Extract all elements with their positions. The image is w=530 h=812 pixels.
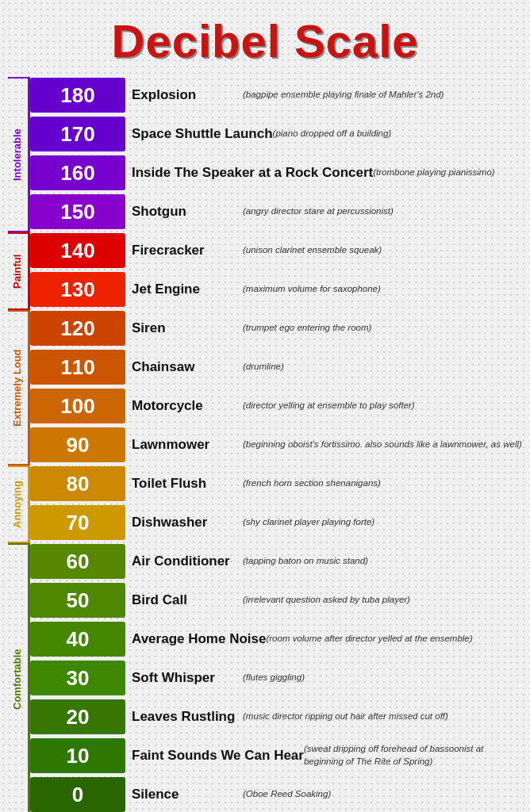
sound-note: (shy clarinet player playing forte) — [243, 516, 522, 529]
db-value: 60 — [30, 544, 125, 579]
table-row: 150Shotgun(angry director stare at percu… — [30, 193, 522, 230]
row-content: Chainsaw(drumline) — [125, 359, 522, 375]
table-row: 20Leaves Rustling(music director ripping… — [30, 699, 522, 735]
category-label: Painful — [8, 232, 30, 310]
db-value: 30 — [30, 661, 125, 695]
row-content: Shotgun(angry director stare at percussi… — [125, 204, 522, 220]
sound-note: (angry director stare at percussionist) — [243, 205, 522, 218]
table-row: 60Air Conditioner(tapping baton on music… — [30, 543, 522, 580]
db-value: 170 — [30, 117, 125, 151]
db-value: 10 — [30, 738, 125, 773]
row-content: Inside The Speaker at a Rock Concert(tro… — [125, 165, 522, 181]
db-value: 80 — [30, 466, 125, 501]
sound-note: (beginning oboist's fortissimo. also sou… — [243, 439, 522, 451]
sound-name: Leaves Rustling — [132, 709, 243, 725]
sound-name: Dishwasher — [132, 515, 243, 530]
sound-name: Inside The Speaker at a Rock Concert — [132, 165, 373, 181]
row-content: Firecracker(unison clarinet ensemble squ… — [125, 243, 522, 259]
db-value: 180 — [30, 78, 125, 113]
sound-note: (unison clarinet ensemble squeak) — [243, 244, 522, 257]
sound-name: Air Conditioner — [132, 553, 243, 569]
sound-note: (piano dropped off a building) — [273, 128, 522, 140]
table-row: 30Soft Whisper(flutes giggling) — [30, 660, 522, 696]
row-content: Motorcycle(director yelling at ensemble … — [125, 398, 522, 414]
category-label: Annoying — [8, 465, 30, 543]
table-row: 10Faint Sounds We Can Hear(sweat drippin… — [30, 737, 522, 774]
sound-note: (maximum volume for saxophone) — [243, 283, 522, 296]
sound-name: Space Shuttle Launch — [132, 126, 273, 142]
sound-note: (drumline) — [243, 361, 522, 373]
row-content: Jet Engine(maximum volume for saxophone) — [125, 282, 522, 297]
sound-note: (room volume after director yelled at th… — [266, 633, 522, 645]
table-row: 160Inside The Speaker at a Rock Concert(… — [30, 155, 522, 191]
table-row: 120Siren(trumpet ego entering the room) — [30, 310, 522, 347]
row-content: Leaves Rustling(music director ripping o… — [125, 709, 522, 725]
category-label: Comfortable — [8, 543, 30, 812]
sound-name: Soft Whisper — [132, 670, 243, 686]
chart-container: IntolerablePainfulExtremely LoudAnnoying… — [0, 77, 530, 812]
table-row: 0Silence(Oboe Reed Soaking) — [30, 776, 522, 812]
category-label: Intolerable — [8, 77, 30, 232]
sound-name: Jet Engine — [132, 282, 243, 297]
sound-name: Shotgun — [132, 204, 243, 220]
table-row: 70Dishwasher(shy clarinet player playing… — [30, 504, 522, 541]
category-label: Extremely Loud — [8, 310, 30, 465]
row-content: Bird Call(irrelevant question asked by t… — [125, 592, 522, 608]
sound-name: Motorcycle — [132, 398, 243, 414]
row-content: Average Home Noise(room volume after dir… — [125, 631, 522, 647]
db-value: 50 — [30, 583, 125, 618]
row-content: Space Shuttle Launch(piano dropped off a… — [125, 126, 522, 142]
db-value: 100 — [30, 389, 125, 423]
sound-note: (Oboe Reed Soaking) — [243, 788, 522, 801]
db-value: 20 — [30, 699, 125, 734]
table-row: 180Explosion(bagpipe ensemble playing fi… — [30, 77, 522, 113]
row-content: Toilet Flush(french horn section shenani… — [125, 476, 522, 492]
sound-note: (irrelevant question asked by tuba playe… — [243, 594, 522, 607]
sound-name: Average Home Noise — [132, 631, 266, 647]
sound-note: (music director ripping out hair after m… — [243, 710, 522, 723]
table-row: 50Bird Call(irrelevant question asked by… — [30, 582, 522, 619]
sound-note: (director yelling at ensemble to play so… — [243, 400, 522, 412]
category-labels: IntolerablePainfulExtremely LoudAnnoying… — [8, 77, 30, 812]
db-value: 90 — [30, 427, 125, 462]
db-value: 70 — [30, 505, 125, 540]
db-value: 150 — [30, 194, 125, 229]
sound-note: (trombone playing pianissimo) — [373, 167, 522, 179]
page-title: Decibel Scale — [0, 0, 530, 77]
rows-container: 180Explosion(bagpipe ensemble playing fi… — [30, 77, 522, 812]
table-row: 170Space Shuttle Launch(piano dropped of… — [30, 116, 522, 152]
sound-name: Chainsaw — [132, 359, 243, 375]
sound-note: (bagpipe ensemble playing finale of Mahl… — [243, 89, 522, 102]
table-row: 100Motorcycle(director yelling at ensemb… — [30, 388, 522, 424]
row-content: Siren(trumpet ego entering the room) — [125, 320, 522, 336]
row-content: Soft Whisper(flutes giggling) — [125, 670, 522, 686]
sound-name: Explosion — [132, 87, 243, 103]
table-row: 140Firecracker(unison clarinet ensemble … — [30, 232, 522, 269]
sound-note: (flutes giggling) — [243, 672, 522, 684]
row-content: Explosion(bagpipe ensemble playing final… — [125, 87, 522, 103]
table-row: 130Jet Engine(maximum volume for saxopho… — [30, 271, 522, 308]
table-row: 80Toilet Flush(french horn section shena… — [30, 465, 522, 502]
row-content: Air Conditioner(tapping baton on music s… — [125, 553, 522, 569]
sound-name: Faint Sounds We Can Hear — [132, 748, 304, 764]
row-content: Faint Sounds We Can Hear(sweat dripping … — [125, 743, 522, 768]
table-row: 40Average Home Noise(room volume after d… — [30, 621, 522, 657]
sound-note: (french horn section shenanigans) — [243, 477, 522, 490]
table-row: 110Chainsaw(drumline) — [30, 349, 522, 385]
db-value: 110 — [30, 350, 125, 385]
db-value: 0 — [30, 777, 125, 812]
row-content: Lawnmower(beginning oboist's fortissimo.… — [125, 437, 522, 453]
db-value: 120 — [30, 311, 125, 346]
db-value: 140 — [30, 233, 125, 268]
db-value: 40 — [30, 622, 125, 657]
sound-name: Toilet Flush — [132, 476, 243, 492]
row-content: Silence(Oboe Reed Soaking) — [125, 787, 522, 802]
db-value: 160 — [30, 155, 125, 190]
table-row: 90Lawnmower(beginning oboist's fortissim… — [30, 427, 522, 463]
sound-name: Bird Call — [132, 592, 243, 608]
sound-name: Firecracker — [132, 243, 243, 259]
sound-note: (sweat dripping off forehead of bassooni… — [304, 743, 522, 768]
sound-name: Silence — [132, 787, 243, 802]
sound-name: Siren — [132, 320, 243, 336]
sound-name: Lawnmower — [132, 437, 243, 453]
